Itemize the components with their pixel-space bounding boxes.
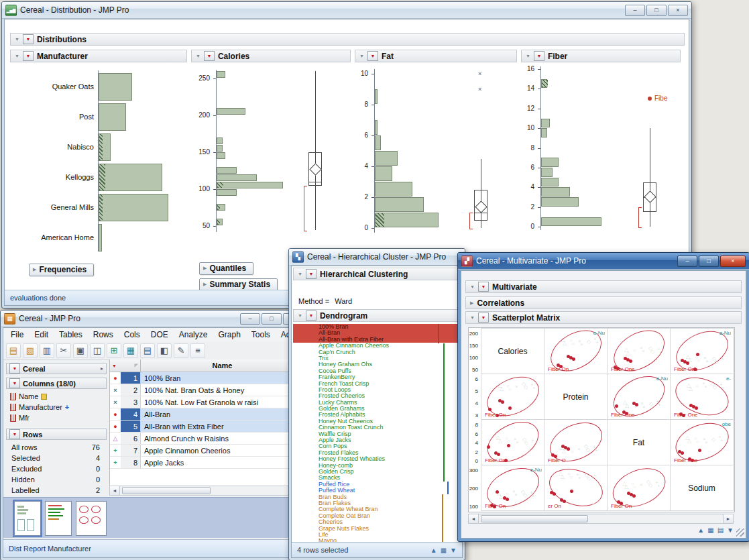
calories-red-triangle-menu[interactable]: ▼ xyxy=(204,51,215,61)
scroll-left-arrow[interactable]: ◄ xyxy=(110,486,120,495)
menu-edit[interactable]: Edit xyxy=(30,329,53,340)
disclosure-open-icon[interactable]: ▼ xyxy=(470,315,475,320)
histogram-bar-160[interactable] xyxy=(217,137,223,144)
histogram-bar-5[interactable] xyxy=(375,135,381,150)
histogram-bar-5[interactable] xyxy=(541,168,553,177)
thumbnail-distribution-report[interactable] xyxy=(14,501,41,536)
name-column-header[interactable]: Name xyxy=(141,361,304,370)
disclosure-open-icon[interactable]: ▼ xyxy=(298,272,302,276)
table-row-8[interactable]: +8Apple Jacks xyxy=(110,457,304,469)
disclosure-open-icon[interactable]: ▼ xyxy=(359,54,364,58)
row-number[interactable]: 8 xyxy=(121,457,141,468)
distribution-titlebar[interactable]: Cereal - Distribution - JMP Pro – □ × xyxy=(2,2,691,19)
correlations-outline-header[interactable]: ▶ Correlations xyxy=(465,296,742,309)
open-icon[interactable]: ▧ xyxy=(23,343,38,358)
histogram-bar-150[interactable] xyxy=(217,145,223,152)
histogram-bar-250[interactable] xyxy=(217,71,225,78)
selection-triangles-icon[interactable]: ◤ xyxy=(135,363,138,368)
journal-icon[interactable]: ▤ xyxy=(140,343,155,358)
histogram-bar-0[interactable] xyxy=(541,217,601,227)
histogram-bar-100[interactable] xyxy=(217,182,283,188)
distributions-red-triangle-menu[interactable]: ▼ xyxy=(23,34,34,44)
scroll-right-arrow[interactable]: ► xyxy=(723,514,733,523)
bar-post[interactable] xyxy=(99,103,126,131)
matrix-cell-fat-calories[interactable]: ◇×○△+◇×○△Fiber On xyxy=(481,419,544,465)
matrix-cell-fat-protein[interactable]: ○△+◇×○△+◇Fiber O xyxy=(544,419,608,465)
menu-graph[interactable]: Graph xyxy=(213,329,245,340)
histogram-bar-14[interactable] xyxy=(541,79,547,89)
multivariate-titlebar[interactable]: Cereal - Multivariate - JMP Pro – □ × xyxy=(458,253,749,270)
journal-view-icon[interactable]: ▤ xyxy=(717,526,724,534)
minimize-button[interactable]: – xyxy=(625,5,645,16)
matrix-cell-sodium-calories[interactable]: △+◇×○△+◇×Fiber One-Nu xyxy=(481,465,544,511)
rows-red-triangle-menu[interactable]: ▼ xyxy=(9,429,20,439)
histogram-bar-200[interactable] xyxy=(217,108,245,115)
menu-rows[interactable]: Rows xyxy=(89,329,118,340)
histogram-bar-2[interactable] xyxy=(541,197,579,207)
row-number[interactable]: 2 xyxy=(121,384,141,396)
bar-kelloggs[interactable] xyxy=(99,164,162,191)
clustering-red-triangle-menu[interactable]: ▼ xyxy=(306,269,316,279)
histogram-bar-3[interactable] xyxy=(375,166,392,181)
maximize-button[interactable]: □ xyxy=(262,313,282,325)
caret-up-icon[interactable]: ▲ xyxy=(430,547,437,554)
menu-tools[interactable]: Tools xyxy=(247,329,275,340)
scrollbar-thumb[interactable] xyxy=(481,515,588,522)
panel-chevron-icon[interactable]: ▸ xyxy=(101,366,103,372)
histogram-bar-50[interactable] xyxy=(217,219,223,225)
table-row-7[interactable]: +7Apple Cinnamon Cheerios xyxy=(110,445,304,457)
rows-panel-header[interactable]: ▼ Rows xyxy=(6,429,107,440)
histogram-bar-1[interactable] xyxy=(375,197,424,212)
fat-red-triangle-menu[interactable]: ▼ xyxy=(367,51,378,61)
rows-red-triangle-icon[interactable]: ▼ xyxy=(112,363,117,368)
histogram-bar-10[interactable] xyxy=(541,119,550,128)
grid-corner-cell[interactable]: ▼ ◤ xyxy=(110,359,141,372)
dropdown-arrow-icon[interactable]: ▼ xyxy=(450,547,457,554)
matrix-cell-calories-protein[interactable]: ×○△+◇×○△+Fiber One-Nu xyxy=(544,328,608,374)
table-row-6[interactable]: △6Almond Crunch w Raisins xyxy=(110,433,304,445)
matrix-cell-protein-protein[interactable]: Protein xyxy=(544,374,608,420)
matrix-cell-fat-fat[interactable]: Fat xyxy=(607,419,671,465)
grid-horizontal-scrollbar[interactable]: ◄ ► xyxy=(109,486,304,496)
menu-file[interactable]: File xyxy=(6,329,28,340)
histogram-bar-6[interactable] xyxy=(375,120,378,135)
minimize-button[interactable]: – xyxy=(240,313,260,325)
bar-american-home[interactable] xyxy=(99,224,102,251)
annotate-icon[interactable]: ✎ xyxy=(174,343,188,358)
table-row-2[interactable]: ×2100% Nat. Bran Oats & Honey xyxy=(110,384,304,396)
matrix-cell-protein-sodium[interactable]: △+◇×○△+◇×Fiber Onee- xyxy=(670,374,734,420)
histogram-bar-3[interactable] xyxy=(541,187,570,197)
cell-name[interactable]: All-Bran with Extra Fiber xyxy=(141,421,304,432)
matrix-horizontal-scrollbar[interactable]: ◄ ► xyxy=(468,514,734,524)
histogram-bar-2[interactable] xyxy=(375,182,412,197)
disclosure-open-icon[interactable]: ▼ xyxy=(15,54,19,58)
cell-name[interactable]: All-Bran xyxy=(141,408,304,420)
caret-up-icon[interactable]: ▲ xyxy=(697,526,704,534)
histogram-bar-9[interactable] xyxy=(541,128,547,137)
table-row-4[interactable]: ●4All-Bran xyxy=(110,408,304,421)
close-button[interactable]: × xyxy=(720,256,746,267)
row-number[interactable]: 3 xyxy=(121,396,141,408)
resize-grip[interactable] xyxy=(736,528,744,537)
dendrogram-red-triangle-menu[interactable]: ▼ xyxy=(306,311,316,321)
table-panel-header[interactable]: ▼ Cereal ▸ xyxy=(6,363,107,374)
column-item-mfr[interactable]: Mfr xyxy=(6,412,107,423)
cell-name[interactable]: 100% Bran xyxy=(141,372,304,384)
disclosure-open-icon[interactable]: ▼ xyxy=(196,54,200,58)
scrollbar-thumb[interactable] xyxy=(122,487,211,494)
row-number[interactable]: 5 xyxy=(121,421,141,432)
table-row-5[interactable]: ●5All-Bran with Extra Fiber xyxy=(110,421,304,433)
frequencies-button[interactable]: ▶ Frequencies xyxy=(29,264,94,276)
grid-view-icon[interactable]: ▦ xyxy=(441,547,447,554)
column-item-manufacturer[interactable]: Manufacturer+ xyxy=(6,402,107,412)
histogram-bar-6[interactable] xyxy=(541,158,559,167)
data-table-titlebar[interactable]: Cereal - JMP Pro – □ × xyxy=(1,311,306,327)
column-info-icon[interactable]: ◧ xyxy=(157,343,172,358)
bar-quaker-oats[interactable] xyxy=(99,73,132,101)
dropdown-arrow-icon[interactable]: ▼ xyxy=(727,526,734,534)
matrix-cell-calories-fat[interactable]: △+◇×○△+◇×Fiber One xyxy=(607,328,671,374)
manufacturer-red-triangle-menu[interactable]: ▼ xyxy=(23,51,34,61)
column-item-name[interactable]: Name xyxy=(6,391,107,402)
bar-nabisco[interactable] xyxy=(99,133,111,161)
table-row-1[interactable]: ●1100% Bran xyxy=(110,372,304,384)
